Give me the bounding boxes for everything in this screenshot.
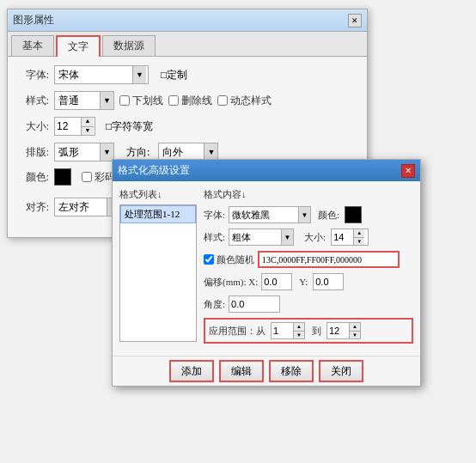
angle-field[interactable] [229,295,280,313]
layout-input[interactable] [55,143,100,161]
angle-row: 角度: [204,295,413,313]
underline-label: 下划线 [132,94,163,108]
range-from-spinner[interactable]: ▲ ▼ [271,322,305,339]
font-row: 字体: ▼ □定制 [18,65,357,84]
range-to-down[interactable]: ▼ [350,332,360,339]
strikethrough-checkbox[interactable] [168,95,179,106]
adv-size-spinner[interactable]: ▲ ▼ [331,228,369,246]
dynamic-checkbox[interactable] [217,95,228,106]
color-random-input[interactable]: 13C,0000FF,FF00FF,000000 [258,251,400,268]
range-to-btns: ▲ ▼ [349,323,360,338]
close-dialog-button[interactable]: 关闭 [319,360,363,382]
adv-size-btns: ▲ ▼ [353,229,364,245]
tab-text[interactable]: 文字 [56,35,101,57]
adv-style-arrow[interactable]: ▼ [281,229,293,245]
range-from-input[interactable] [272,323,293,338]
style-row: 样式: ▼ 下划线 删除线 动态样式 [18,91,357,110]
layout-combo[interactable]: ▼ [54,143,114,161]
range-to-input[interactable] [327,323,349,338]
layout-arrow[interactable]: ▼ [100,143,113,161]
adv-list-item[interactable]: 处理范围1-12 [120,205,196,223]
adv-btn-row: 添加 编辑 移除 关闭 [113,356,420,386]
adv-style-combo[interactable]: ▼ [229,228,294,246]
size-down-btn[interactable]: ▼ [82,127,94,136]
offset-x-field[interactable] [261,273,292,290]
range-label: 应用范围：从 [209,325,265,338]
color-random-row: 颜色随机 13C,0000FF,FF00FF,000000 [204,251,413,268]
size-spinner[interactable]: ▲ ▼ [54,117,95,136]
adv-font-arrow[interactable]: ▼ [298,207,310,222]
align-label: 对齐: [18,200,49,215]
adv-format-list[interactable]: 处理范围1-12 [119,204,197,342]
tab-datasource[interactable]: 数据源 [102,35,156,56]
adv-style-row: 样式: ▼ 大小: ▲ ▼ [204,228,413,246]
strikethrough-check[interactable]: 删除线 [168,94,212,108]
range-to-up[interactable]: ▲ [350,323,360,332]
style-arrow[interactable]: ▼ [100,92,113,109]
range-from-down[interactable]: ▼ [294,332,304,339]
range-from-up[interactable]: ▲ [294,323,304,332]
angle-input[interactable] [229,296,279,312]
range-from-btns: ▲ ▼ [293,323,304,338]
adv-style-input[interactable] [229,229,281,245]
add-button[interactable]: 添加 [169,360,214,382]
size-label: 大小: [18,119,49,134]
font-input[interactable] [55,66,132,83]
size-up-btn[interactable]: ▲ [82,118,94,127]
colorcode-checkbox[interactable] [82,172,92,182]
direction-arrow[interactable]: ▼ [204,143,217,161]
adv-color-label: 颜色: [318,209,339,222]
style-label: 样式: [18,94,49,108]
underline-check[interactable]: 下划线 [119,94,163,108]
range-to-spinner[interactable]: ▲ ▼ [326,322,361,339]
adv-font-label: 字体: [204,209,225,222]
offset-x-input[interactable] [262,274,291,289]
underline-checkbox[interactable] [119,95,130,106]
direction-label: 方向: [126,145,150,160]
adv-body: 格式列表↓ 处理范围1-12 格式内容↓ 字体: ▼ 颜色: 样式: [113,181,420,356]
close-button[interactable]: ✕ [348,14,362,27]
range-to-label: 到 [312,325,321,338]
adv-content-title: 格式内容↓ [204,188,413,201]
font-label: 字体: [18,68,49,82]
font-arrow[interactable]: ▼ [132,66,146,83]
adv-size-label: 大小: [304,231,326,244]
tab-bar: 基本 文字 数据源 [8,32,367,57]
color-random-check[interactable]: 颜色随机 [204,253,254,266]
adv-close-btn[interactable]: ✕ [401,164,415,178]
size-spinner-btns: ▲ ▼ [81,118,94,135]
adv-color-box[interactable] [345,206,362,223]
style-input[interactable] [55,92,100,109]
color-box[interactable] [54,168,71,186]
dynamic-label: 动态样式 [230,94,272,108]
colorcode-check[interactable]: 彩码 [82,170,115,185]
style-combo[interactable]: ▼ [54,91,114,110]
adv-size-down[interactable]: ▼ [354,238,364,246]
adv-style-label: 样式: [204,231,225,244]
title-controls: ✕ [348,14,362,27]
size-row: 大小: ▲ ▼ □字符等宽 [18,117,357,136]
adv-font-input[interactable] [229,207,298,222]
color-random-checkbox[interactable] [204,254,214,265]
offset-row: 偏移(mm): X: Y: [204,273,413,290]
strikethrough-label: 删除线 [181,94,212,108]
adv-size-up[interactable]: ▲ [354,229,364,238]
direction-input[interactable] [159,143,204,161]
title-bar: 图形属性 ✕ [8,9,367,32]
color-label: 颜色: [18,170,49,185]
align-input[interactable] [55,198,107,216]
offset-label: 偏移(mm): X: [204,276,258,289]
custom-checkbox-label: □定制 [161,68,187,82]
dynamic-check[interactable]: 动态样式 [217,94,272,108]
adv-size-input[interactable] [332,229,353,245]
adv-left-panel: 格式列表↓ 处理范围1-12 [119,188,197,349]
tab-basic[interactable]: 基本 [11,35,54,56]
size-input[interactable] [55,118,81,135]
remove-button[interactable]: 移除 [269,360,314,382]
edit-button[interactable]: 编辑 [219,360,264,382]
offset-y-field[interactable] [313,273,344,290]
color-random-label: 颜色随机 [217,253,254,266]
adv-font-combo[interactable]: ▼ [229,206,311,223]
font-combo[interactable]: ▼ [54,65,149,84]
offset-y-input[interactable] [314,274,343,289]
